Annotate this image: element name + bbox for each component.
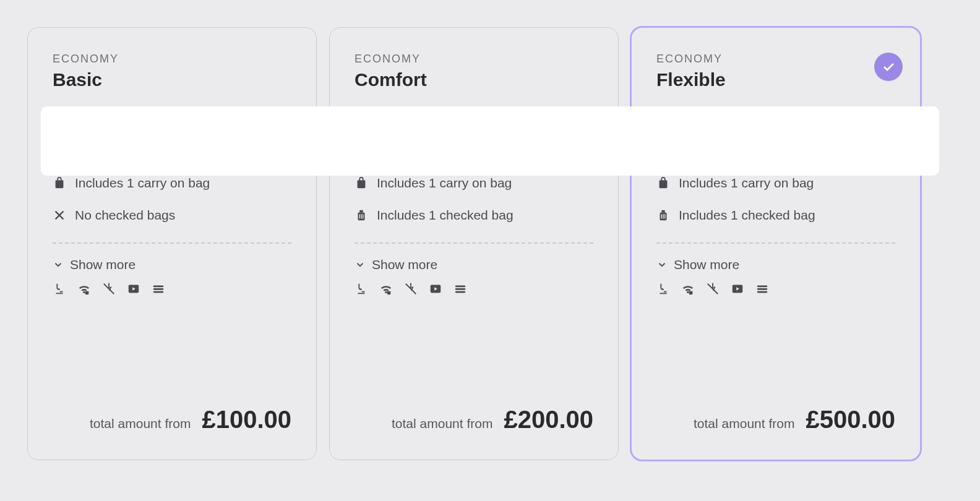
svg-rect-24 bbox=[757, 291, 768, 293]
show-more-label: Show more bbox=[674, 257, 739, 272]
svg-rect-20 bbox=[689, 291, 693, 295]
entertainment-icon bbox=[429, 282, 442, 296]
bag-icon bbox=[53, 176, 66, 190]
wifi-icon bbox=[77, 282, 91, 296]
svg-rect-12 bbox=[455, 286, 466, 288]
show-more-label: Show more bbox=[372, 257, 437, 272]
chevron-down-icon bbox=[53, 259, 64, 270]
svg-rect-0 bbox=[85, 291, 89, 295]
price: £500.00 bbox=[806, 406, 895, 434]
show-more-toggle[interactable]: Show more bbox=[28, 244, 316, 278]
fare-eyebrow: ECONOMY bbox=[355, 53, 593, 66]
seat-icon bbox=[355, 282, 368, 296]
price: £200.00 bbox=[504, 406, 593, 434]
svg-rect-14 bbox=[455, 291, 466, 293]
feature-text: Includes 1 carry on bag bbox=[679, 176, 814, 191]
feature-text: Includes 1 carry on bag bbox=[75, 176, 210, 191]
total-label: total amount from bbox=[694, 416, 794, 431]
svg-rect-23 bbox=[757, 288, 768, 290]
fare-card-comfort[interactable]: ECONOMY Comfort Changeable (£50 fee) Ref… bbox=[329, 27, 619, 460]
feature-text: Includes 1 checked bag bbox=[679, 208, 815, 223]
fare-card-basic[interactable]: ECONOMY Basic Not changeable Not refunda… bbox=[27, 27, 317, 460]
feature-row: Includes 1 checked bag bbox=[330, 199, 618, 231]
total-label: total amount from bbox=[392, 416, 492, 431]
show-more-label: Show more bbox=[70, 257, 135, 272]
total-label: total amount from bbox=[90, 416, 191, 431]
amenities-row bbox=[28, 278, 316, 296]
show-more-toggle[interactable]: Show more bbox=[330, 244, 618, 278]
chevron-down-icon bbox=[656, 259, 668, 270]
svg-rect-10 bbox=[387, 291, 391, 295]
feature-text: Includes 1 checked bag bbox=[377, 208, 514, 223]
price: £100.00 bbox=[202, 406, 291, 434]
highlight-band bbox=[41, 106, 939, 176]
fare-eyebrow: ECONOMY bbox=[656, 53, 895, 66]
fare-tier: Comfort bbox=[355, 69, 593, 90]
svg-rect-9 bbox=[359, 210, 363, 213]
amenities-row bbox=[330, 278, 618, 296]
seat-icon bbox=[53, 282, 66, 296]
wifi-icon bbox=[681, 282, 695, 296]
fare-eyebrow: ECONOMY bbox=[53, 53, 291, 66]
feature-text: No checked bags bbox=[75, 208, 175, 223]
luggage-icon bbox=[656, 208, 670, 222]
bag-icon bbox=[355, 176, 368, 190]
fare-cards-row: ECONOMY Basic Not changeable Not refunda… bbox=[27, 27, 921, 460]
wifi-icon bbox=[379, 282, 393, 296]
amenities-row bbox=[632, 278, 920, 296]
feature-text: Includes 1 carry on bag bbox=[377, 176, 512, 191]
fare-tier: Flexible bbox=[656, 69, 895, 90]
meal-icon bbox=[453, 282, 467, 296]
svg-rect-19 bbox=[661, 210, 665, 213]
show-more-toggle[interactable]: Show more bbox=[632, 244, 920, 278]
seat-icon bbox=[656, 282, 670, 296]
svg-rect-13 bbox=[455, 288, 466, 290]
fare-card-flexible[interactable]: ECONOMY Flexible Fully Changeable Fully … bbox=[631, 27, 921, 460]
svg-rect-4 bbox=[153, 291, 164, 293]
entertainment-icon bbox=[127, 282, 140, 296]
power-off-icon bbox=[404, 282, 418, 296]
power-off-icon bbox=[706, 282, 720, 296]
luggage-icon bbox=[355, 208, 368, 222]
meal-icon bbox=[152, 282, 165, 296]
power-off-icon bbox=[102, 282, 116, 296]
meal-icon bbox=[755, 282, 769, 296]
svg-rect-2 bbox=[153, 286, 164, 288]
feature-row: No checked bags bbox=[28, 199, 316, 231]
svg-rect-3 bbox=[153, 288, 164, 290]
svg-rect-22 bbox=[757, 286, 768, 288]
bag-icon bbox=[656, 176, 670, 190]
feature-row: Includes 1 checked bag bbox=[632, 199, 920, 231]
x-icon bbox=[53, 208, 66, 222]
chevron-down-icon bbox=[355, 259, 366, 270]
entertainment-icon bbox=[731, 282, 744, 296]
fare-tier: Basic bbox=[53, 69, 291, 90]
